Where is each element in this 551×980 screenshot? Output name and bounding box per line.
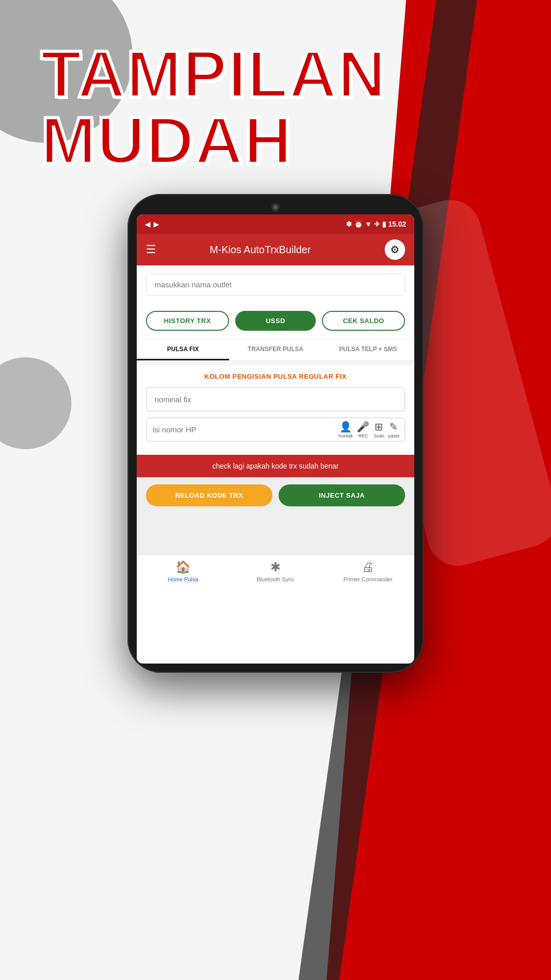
paste-icon: ✎: [389, 421, 398, 433]
battery-status-icon: ▮: [382, 220, 386, 228]
reload-kode-trx-button[interactable]: RELOAD KODE TRX: [146, 484, 272, 506]
paste-button[interactable]: ✎ paste: [388, 421, 399, 438]
bottom-nav: 🏠 Home Pulsa ✱ Bluetooth Sync 🖨 Printer …: [137, 554, 414, 585]
nominal-fix-input[interactable]: [146, 387, 405, 411]
status-icons-right: ✱ ⏰ ▼ ✈ ▮ 15.02: [346, 220, 406, 228]
warning-text: check lagi apakah kode trx sudah benar: [212, 462, 339, 470]
bluetooth-status-icon: ✱: [346, 220, 352, 228]
bottom-action-buttons: RELOAD KODE TRX INJECT SAJA: [137, 477, 414, 513]
scan-button[interactable]: ⊞ Scan: [373, 421, 384, 438]
inject-saja-button[interactable]: INJECT SAJA: [279, 484, 405, 506]
headline-line1: TAMPILAN: [41, 41, 387, 107]
action-buttons: HISTORY TRX USSD CEK SALDO: [137, 304, 414, 339]
settings-icon: ⚙: [390, 243, 399, 256]
tab-pulsa-fix[interactable]: PULSA FIX: [137, 339, 229, 360]
phone-action-icons: 👤 Kontak 🎤 REC ⊞ Scan: [333, 421, 405, 438]
scan-icon: ⊞: [374, 421, 383, 433]
nav-home-pulsa[interactable]: 🏠 Home Pulsa: [137, 560, 229, 582]
cek-saldo-button[interactable]: CEK SALDO: [322, 311, 405, 331]
printer-nav-icon: 🖨: [362, 560, 374, 574]
spacer-area: [137, 513, 414, 554]
contact-icon: 👤: [339, 421, 352, 433]
tabs-bar: PULSA FIX TRANSFER PULSA PULSA TELP + SM…: [137, 339, 414, 361]
phone-device: ◀ ▶ ✱ ⏰ ▼ ✈ ▮ 15.02 ☰ M-Kios AutoTrxBuil…: [128, 194, 423, 673]
airplane-status-icon: ✈: [374, 220, 380, 228]
headline: TAMPILAN MUDAH: [41, 41, 387, 174]
wifi-status-icon: ▼: [365, 220, 372, 228]
play-status-icon: ▶: [154, 220, 159, 228]
form-section: KOLOM PENGISIAN PULSA REGULAR FIX 👤 Kont…: [137, 365, 414, 455]
status-bar: ◀ ▶ ✱ ⏰ ▼ ✈ ▮ 15.02: [137, 214, 414, 234]
tab-transfer-pulsa[interactable]: TRANSFER PULSA: [229, 339, 321, 360]
phone-screen: ◀ ▶ ✱ ⏰ ▼ ✈ ▮ 15.02 ☰ M-Kios AutoTrxBuil…: [137, 214, 414, 664]
phone-number-input[interactable]: [146, 418, 333, 441]
rec-button[interactable]: 🎤 REC: [357, 421, 369, 438]
nav-printer-commander[interactable]: 🖨 Printer Commander: [322, 560, 414, 582]
mic-icon: 🎤: [357, 421, 369, 433]
history-trx-button[interactable]: HISTORY TRX: [146, 311, 229, 331]
ussd-button[interactable]: USSD: [235, 311, 316, 331]
status-icons-left: ◀ ▶: [145, 220, 159, 228]
headline-line2: MUDAH: [41, 107, 387, 174]
hamburger-icon[interactable]: ☰: [146, 243, 156, 256]
bg-circle-mid-left: [0, 357, 71, 449]
screen-content: HISTORY TRX USSD CEK SALDO PULSA FIX TRA…: [137, 265, 414, 554]
warning-box: check lagi apakah kode trx sudah benar: [137, 455, 414, 477]
phone-input-row: 👤 Kontak 🎤 REC ⊞ Scan: [146, 418, 405, 442]
phone-camera: [271, 203, 280, 211]
kontak-button[interactable]: 👤 Kontak: [338, 421, 353, 438]
phone-outer: ◀ ▶ ✱ ⏰ ▼ ✈ ▮ 15.02 ☰ M-Kios AutoTrxBuil…: [128, 194, 423, 673]
outlet-search-input[interactable]: [146, 274, 405, 296]
alarm-status-icon: ⏰: [354, 220, 363, 228]
app-title: M-Kios AutoTrxBuilder: [165, 244, 355, 256]
time-display: 15.02: [388, 220, 406, 228]
nav-bluetooth-sync[interactable]: ✱ Bluetooth Sync: [229, 560, 321, 582]
home-nav-icon: 🏠: [176, 560, 191, 574]
nav-status-icon: ◀: [145, 220, 151, 228]
tab-pulsa-telp[interactable]: PULSA TELP + SMS: [322, 339, 414, 360]
search-area: [137, 265, 414, 304]
form-section-title: KOLOM PENGISIAN PULSA REGULAR FIX: [146, 373, 405, 380]
bluetooth-nav-icon: ✱: [270, 560, 281, 574]
app-bar: ☰ M-Kios AutoTrxBuilder ⚙: [137, 234, 414, 265]
settings-button[interactable]: ⚙: [385, 239, 405, 260]
